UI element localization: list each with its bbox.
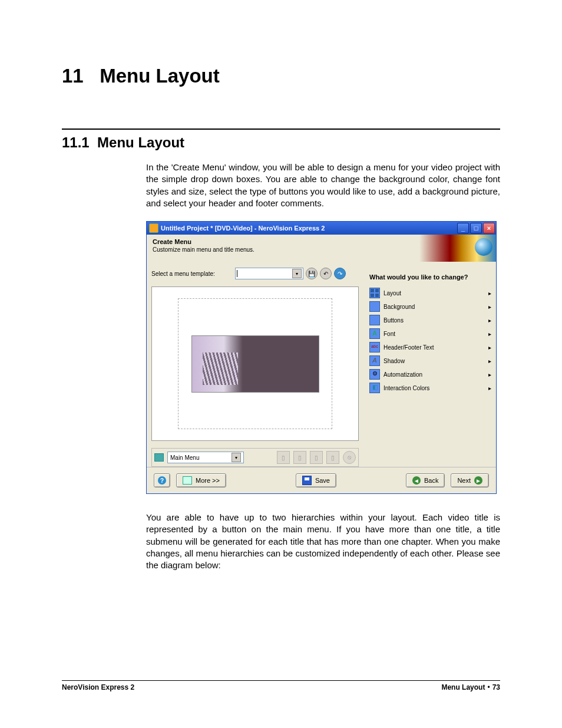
option-background[interactable]: Background▸ [369,300,491,314]
save-template-button[interactable]: 💾 [306,268,318,279]
option-label: Shadow [384,358,488,364]
wizard-title: Create Menu [153,238,254,245]
footer-page-number: 73 [492,683,500,691]
document-page: 11 Menu Layout 11.1 Menu Layout In the '… [0,0,562,728]
chevron-right-icon: ▸ [488,371,491,378]
play-preview-button[interactable]: ⦸ [343,451,356,464]
option-label: Buttons [384,317,488,324]
option-label: Layout [384,290,488,297]
chapter-heading: 11 Menu Layout [62,65,500,87]
app-icon [149,223,158,233]
section-title-text: Menu Layout [97,134,184,150]
next-page-button[interactable]: ▯ [310,451,323,464]
undo-button[interactable]: ↶ [320,268,332,279]
save-label: Save [315,477,330,484]
option-label: Background [384,304,488,310]
page-footer: NeroVision Express 2 Menu Layout • 73 [62,680,500,691]
menu-level-dropdown[interactable]: Main Menu ▾ [167,452,244,463]
wizard-subtitle: Customize main menu and title menus. [153,246,254,253]
option-header-footer-text[interactable]: Header/Footer Text▸ [369,341,491,354]
chevron-right-icon: ▸ [488,358,491,364]
save-icon [302,476,312,485]
hf-icon [369,342,380,353]
template-row: Select a menu template: ▾ 💾 ↶ ↷ [151,268,359,279]
window-titlebar: Untitled Project * [DVD-Video] - NeroVis… [147,222,496,235]
chevron-right-icon: ▸ [488,317,491,324]
maximize-button[interactable]: □ [470,223,482,233]
option-buttons[interactable]: Buttons▸ [369,314,491,327]
more-button[interactable]: More >> [176,473,226,487]
option-font[interactable]: Font▸ [369,327,491,341]
next-icon: ► [474,476,482,485]
footer-bullet-icon: • [487,683,490,691]
back-icon: ◄ [412,476,421,485]
chevron-right-icon: ▸ [488,331,491,337]
option-automatization[interactable]: Automatization▸ [369,368,491,381]
title-thumbnail-button[interactable] [191,335,319,393]
chevron-down-icon[interactable]: ▾ [232,453,241,462]
menu-selector-bar: Main Menu ▾ ▯ ▯ ▯ ▯ ⦸ [151,448,359,467]
text-cursor [237,270,237,277]
close-button[interactable]: × [483,223,495,233]
help-button[interactable]: ? [154,473,170,487]
section-rule [62,129,500,130]
redo-button[interactable]: ↷ [334,268,346,279]
left-column: Select a menu template: ▾ 💾 ↶ ↷ [151,268,359,467]
last-page-button[interactable]: ▯ [326,451,339,464]
chevron-right-icon: ▸ [488,290,491,297]
btn-icon [369,315,380,325]
paragraph-1: In the 'Create Menu' window, you will be… [146,162,500,209]
back-button[interactable]: ◄ Back [406,473,445,487]
back-label: Back [424,477,438,484]
layout-icon [369,288,380,298]
option-label: Automatization [384,371,488,378]
window-title: Untitled Project * [DVD-Video] - NeroVis… [161,225,325,232]
wizard-header: Create Menu Customize main menu and titl… [147,235,496,265]
right-column: What would you like to change? Layout▸Ba… [359,268,491,467]
section-number: 11.1 [62,134,90,150]
option-label: Interaction Colors [384,385,488,391]
wizard-body: Select a menu template: ▾ 💾 ↶ ↷ [147,265,496,467]
next-label: Next [457,477,471,484]
menu-icon [154,453,164,462]
footer-product: NeroVision Express 2 [62,683,134,691]
template-dropdown[interactable]: ▾ [235,268,303,279]
option-shadow[interactable]: Shadow▸ [369,354,491,368]
auto-icon [369,369,380,380]
bg-icon [369,301,380,312]
change-prompt: What would you like to change? [369,274,491,281]
option-label: Header/Footer Text [384,344,488,351]
section-heading: 11.1 Menu Layout [62,134,500,151]
int-icon [369,383,380,393]
chevron-right-icon: ▸ [488,344,491,351]
template-label: Select a menu template: [151,271,215,277]
help-icon: ? [158,476,166,485]
minimize-button[interactable]: _ [457,223,469,233]
option-layout[interactable]: Layout▸ [369,286,491,300]
chapter-number: 11 [62,65,84,87]
option-interaction-colors[interactable]: Interaction Colors▸ [369,381,491,395]
sh-icon [369,355,380,366]
chapter-title-text: Menu Layout [100,65,220,87]
next-button[interactable]: Next ► [451,473,489,487]
more-icon [183,476,192,485]
brand-art [419,235,496,262]
paragraph-2: You are able to have up to two hierarchi… [146,512,500,571]
wizard-footer: ? More >> Save ◄ Back Next ► [147,467,496,493]
safe-area-guide [178,298,332,429]
app-window: Untitled Project * [DVD-Video] - NeroVis… [146,221,497,494]
footer-section: Menu Layout [441,683,485,691]
menu-level-value: Main Menu [170,454,199,461]
first-page-button[interactable]: ▯ [277,451,290,464]
chevron-down-icon[interactable]: ▾ [292,269,302,278]
save-button[interactable]: Save [296,473,336,487]
menu-preview-panel [151,286,359,441]
prev-page-button[interactable]: ▯ [293,451,306,464]
chevron-right-icon: ▸ [488,304,491,310]
more-label: More >> [196,477,220,484]
option-label: Font [384,331,488,337]
font-icon [369,328,380,339]
chevron-right-icon: ▸ [488,385,491,391]
options-list: Layout▸Background▸Buttons▸Font▸Header/Fo… [369,286,491,395]
